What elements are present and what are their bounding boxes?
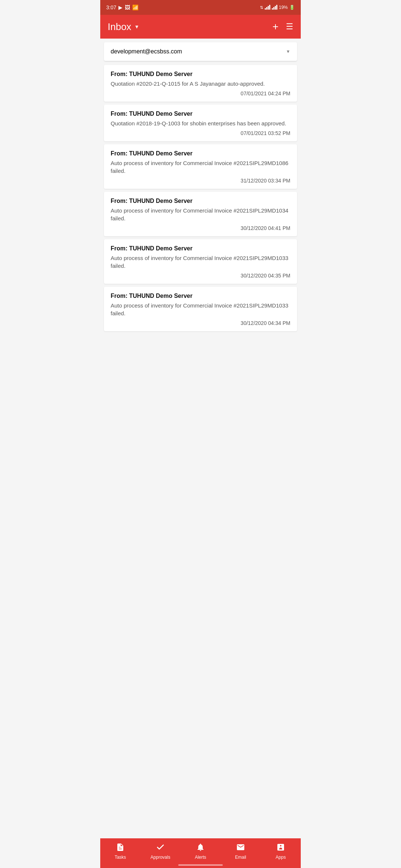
inbox-title: Inbox xyxy=(108,21,131,33)
data-icon: ⇅ xyxy=(260,5,263,10)
list-item[interactable]: From: TUHUND Demo Server Auto process of… xyxy=(104,192,297,236)
battery-icon: 🔋 xyxy=(289,5,295,10)
battery-percentage: 19% xyxy=(279,5,288,10)
message-body: Auto process of inventory for Commercial… xyxy=(111,207,290,222)
list-item[interactable]: From: TUHUND Demo Server Auto process of… xyxy=(104,239,297,284)
message-body: Auto process of inventory for Commercial… xyxy=(111,254,290,270)
status-bar: 3:07 ▶ 🖼 📶 ⇅ 19% 🔋 xyxy=(100,0,301,15)
add-button[interactable]: + xyxy=(273,21,278,33)
apps-label: Apps xyxy=(276,855,286,860)
message-from: From: TUHUND Demo Server xyxy=(111,245,290,252)
message-list: From: TUHUND Demo Server Quotation #2020… xyxy=(100,63,301,333)
nav-apps[interactable]: Apps xyxy=(261,843,301,860)
nav-approvals[interactable]: Approvals xyxy=(140,843,180,860)
wifi-icon: 📶 xyxy=(132,4,138,10)
message-body: Quotation #2018-19-Q-1003 for shobin ent… xyxy=(111,119,290,127)
signal-icon-2 xyxy=(272,4,277,11)
list-item[interactable]: From: TUHUND Demo Server Auto process of… xyxy=(104,287,297,331)
list-item[interactable]: From: TUHUND Demo Server Quotation #2020… xyxy=(104,65,297,102)
message-from: From: TUHUND Demo Server xyxy=(111,111,290,117)
main-content: development@ecsbss.com ▼ From: TUHUND De… xyxy=(100,42,301,366)
status-left: 3:07 ▶ 🖼 📶 xyxy=(106,4,138,10)
message-body: Quotation #2020-21-Q-1015 for A S Jayana… xyxy=(111,80,290,88)
message-body: Auto process of inventory for Commercial… xyxy=(111,159,290,175)
tasks-label: Tasks xyxy=(115,855,126,860)
nav-alerts[interactable]: Alerts xyxy=(180,843,221,860)
time-display: 3:07 xyxy=(106,4,116,10)
approvals-label: Approvals xyxy=(150,855,170,860)
email-icon xyxy=(236,843,245,853)
inbox-dropdown-icon[interactable]: ▼ xyxy=(134,24,140,30)
message-date: 31/12/2020 03:34 PM xyxy=(111,178,290,184)
tasks-icon xyxy=(116,843,125,853)
email-label: Email xyxy=(235,855,246,860)
email-selector[interactable]: development@ecsbss.com ▼ xyxy=(104,42,297,61)
status-right: ⇅ 19% 🔋 xyxy=(260,4,295,11)
nav-tasks[interactable]: Tasks xyxy=(100,843,140,860)
message-body: Auto process of inventory for Commercial… xyxy=(111,302,290,317)
header-actions: + ☰ xyxy=(273,21,293,33)
message-date: 07/01/2021 04:24 PM xyxy=(111,91,290,96)
header: Inbox ▼ + ☰ xyxy=(100,15,301,39)
message-date: 30/12/2020 04:41 PM xyxy=(111,225,290,231)
message-date: 30/12/2020 04:34 PM xyxy=(111,320,290,326)
message-date: 30/12/2020 04:35 PM xyxy=(111,273,290,279)
message-from: From: TUHUND Demo Server xyxy=(111,198,290,204)
email-display: development@ecsbss.com xyxy=(111,48,182,55)
message-from: From: TUHUND Demo Server xyxy=(111,150,290,157)
bottom-handle xyxy=(178,864,223,866)
youtube-icon: ▶ xyxy=(118,4,123,10)
menu-button[interactable]: ☰ xyxy=(286,22,293,32)
gallery-icon: 🖼 xyxy=(125,4,130,10)
message-from: From: TUHUND Demo Server xyxy=(111,293,290,299)
header-title-group: Inbox ▼ xyxy=(108,21,139,33)
bottom-navigation: Tasks Approvals Alerts Email xyxy=(100,838,301,868)
signal-icon xyxy=(265,4,270,11)
email-dropdown-icon: ▼ xyxy=(286,49,290,54)
list-item[interactable]: From: TUHUND Demo Server Auto process of… xyxy=(104,144,297,189)
alerts-icon xyxy=(196,843,205,853)
approvals-icon xyxy=(156,843,165,853)
apps-icon xyxy=(276,843,285,853)
nav-email[interactable]: Email xyxy=(221,843,261,860)
message-date: 07/01/2021 03:52 PM xyxy=(111,130,290,136)
list-item[interactable]: From: TUHUND Demo Server Quotation #2018… xyxy=(104,105,297,141)
message-from: From: TUHUND Demo Server xyxy=(111,71,290,78)
alerts-label: Alerts xyxy=(195,855,206,860)
